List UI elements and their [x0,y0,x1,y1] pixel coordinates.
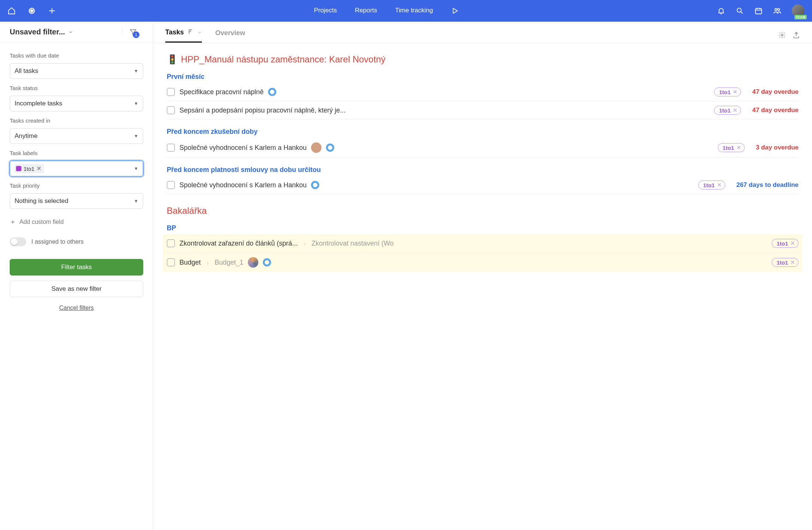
nav-reports[interactable]: Reports [355,7,377,15]
assigned-to-others-label: I assigned to others [31,238,84,245]
section-zkusebni[interactable]: Před koncem zkušební doby [167,128,799,136]
calendar-icon[interactable] [754,7,763,15]
filter-sidebar: Unsaved filter... 1 Tasks with due date … [0,22,153,530]
progress-ring-icon [263,258,271,266]
filter-tasks-button[interactable]: Filter tasks [10,259,143,275]
bell-icon[interactable] [717,7,725,15]
status-select[interactable]: Incomplete tasks ▼ [10,96,143,111]
labels-select[interactable]: 1to1 ✕ ▼ [10,161,143,176]
cancel-filters-link[interactable]: Cancel filters [10,305,143,311]
wheel-icon[interactable] [28,7,36,15]
task-name[interactable]: Sepsání a podepsání popisu pracovní nápl… [179,107,345,114]
task-label-pill[interactable]: 1to1 ✕ [718,143,745,152]
task-name[interactable]: Specifikace pracovní náplně [179,88,264,96]
tab-overview[interactable]: Overview [215,29,245,42]
remove-label-icon[interactable]: ✕ [37,165,41,172]
remove-label-x-icon[interactable]: ✕ [733,89,738,95]
priority-label: Task priority [10,182,143,189]
plus-small-icon [10,219,16,225]
task-name[interactable]: Společné vyhodnocení s Karlem a Hankou [179,181,307,189]
caret-down-icon: ▼ [134,133,138,139]
plus-icon[interactable] [48,7,56,15]
search-icon[interactable] [736,7,744,15]
share-icon[interactable] [793,31,800,40]
add-custom-field[interactable]: Add custom field [10,219,143,225]
task-checkbox[interactable] [167,144,175,152]
task-label-pill[interactable]: 1to1 ✕ [772,239,799,248]
sort-icon[interactable] [188,28,194,36]
labels-label: Task labels [10,150,143,156]
task-row[interactable]: Sepsání a podepsání popisu pracovní nápl… [167,101,799,120]
remove-label-x-icon[interactable]: ✕ [790,240,795,247]
home-icon[interactable] [7,7,16,15]
task-row[interactable]: Specifikace pracovní náplně 1to1 ✕ 47 da… [167,83,799,101]
project-title-bakalarka[interactable]: Bakalářka [167,206,799,216]
sidebar-title: Unsaved filter... [10,28,65,36]
task-label-pill[interactable]: 1to1 ✕ [698,181,725,189]
section-smlouva[interactable]: Před koncem platnosti smlouvy na dobu ur… [167,166,799,174]
task-name[interactable]: Budget [179,259,201,266]
task-label-pill[interactable]: 1to1 ✕ [772,258,799,267]
created-select[interactable]: Anytime ▼ [10,128,143,144]
content-area: Tasks Overview 🚦 HPP_Manuál nástupu zamě… [153,22,812,530]
topbar-right: TEAM [717,4,805,17]
play-outline-icon[interactable] [451,7,459,15]
task-label-pill[interactable]: 1to1 ✕ [714,87,741,96]
svg-rect-2 [756,9,762,14]
priority-select[interactable]: Nothing is selected ▼ [10,193,143,209]
svg-point-3 [775,9,777,10]
save-filter-button[interactable]: Save as new filter [10,281,143,297]
tab-tasks[interactable]: Tasks [165,28,202,43]
nav-time-tracking[interactable]: Time tracking [395,7,433,15]
chevron-down-icon [68,30,73,35]
status-label: Task status [10,85,143,91]
label-swatch [16,166,21,171]
filter-name-dropdown[interactable]: Unsaved filter... [10,28,73,36]
label-chip-1to1: 1to1 ✕ [15,164,44,173]
assignee-avatar[interactable] [311,142,322,153]
section-bp[interactable]: BP [167,224,799,232]
remove-label-x-icon[interactable]: ✕ [790,259,795,266]
progress-ring-icon [268,88,276,96]
team-badge: TEAM [794,15,807,19]
nav-projects[interactable]: Projects [314,7,337,15]
task-row[interactable]: Budget › Budget_1 1to1 ✕ [163,253,802,272]
sidebar-header: Unsaved filter... 1 [0,22,153,43]
content-tabs: Tasks Overview [153,22,812,43]
task-row[interactable]: Zkontrolovat zařazení do článků (sprá...… [163,234,802,253]
task-due: 3 day overdue [756,144,799,151]
task-subpath[interactable]: Budget_1 [215,259,243,266]
chevron-right-icon: › [304,240,305,247]
task-checkbox[interactable] [167,239,175,247]
due-date-select[interactable]: All tasks ▼ [10,63,143,79]
task-subpath[interactable]: Zkontrolovat nastavení (Wo [311,240,394,247]
section-prvni-mesic[interactable]: První měsíc [167,73,799,81]
assigned-to-others-toggle[interactable] [10,237,26,246]
filter-funnel-button[interactable]: 1 [122,28,143,36]
assignee-avatar[interactable] [248,257,258,268]
due-date-label: Tasks with due date [10,52,143,59]
task-checkbox[interactable] [167,88,175,96]
task-due: 47 day overdue [752,107,799,114]
remove-label-x-icon[interactable]: ✕ [733,107,738,114]
topbar: Projects Reports Time tracking TEAM [0,0,812,22]
settings-icon[interactable] [778,31,786,40]
task-row[interactable]: Společné vyhodnocení s Karlem a Hankou 1… [167,138,799,158]
remove-label-x-icon[interactable]: ✕ [717,182,722,188]
task-checkbox[interactable] [167,106,175,114]
chevron-right-icon: › [207,259,209,266]
caret-down-icon: ▼ [134,101,138,106]
avatar[interactable]: TEAM [792,4,805,17]
task-name[interactable]: Zkontrolovat zařazení do článků (sprá... [179,240,298,247]
task-row[interactable]: Společné vyhodnocení s Karlem a Hankou 1… [167,176,799,194]
remove-label-x-icon[interactable]: ✕ [736,144,741,151]
task-checkbox[interactable] [167,181,175,189]
people-icon[interactable] [773,7,781,15]
task-checkbox[interactable] [167,258,175,266]
chevron-down-icon[interactable] [197,30,202,35]
task-name[interactable]: Společné vyhodnocení s Karlem a Hankou [179,144,307,152]
task-label-pill[interactable]: 1to1 ✕ [714,106,741,115]
caret-down-icon: ▼ [134,166,138,171]
project-title-hpp[interactable]: 🚦 HPP_Manuál nástupu zaměstnance: Karel … [167,54,799,65]
traffic-light-icon: 🚦 [167,54,178,65]
